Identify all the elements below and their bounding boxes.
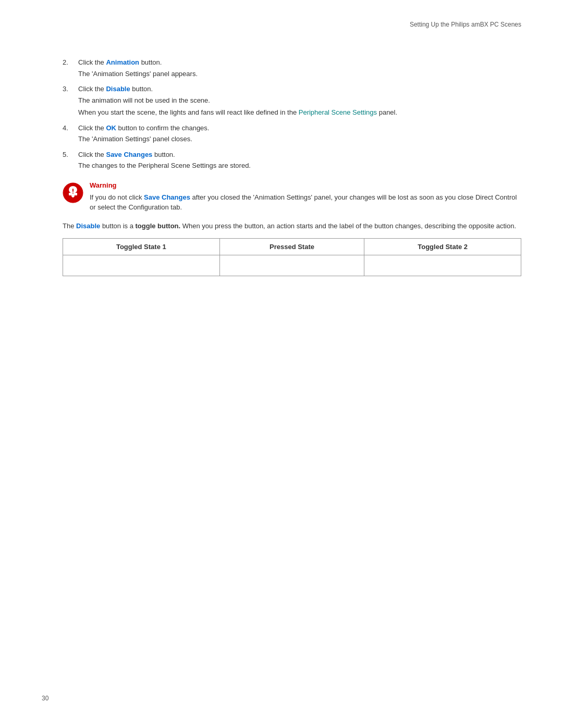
save-changes-link-step5[interactable]: Save Changes (106, 151, 152, 158)
toggle-table: Toggled State 1 Pressed State Toggled St… (63, 238, 521, 276)
warning-icon (63, 182, 83, 203)
page-container: Setting Up the Philips amBX PC Scenes 2.… (0, 0, 563, 728)
table-col-3: Toggled State 2 (364, 239, 521, 255)
step-4-main: Click the OK button to confirm the chang… (78, 123, 521, 133)
save-changes-link-warning[interactable]: Save Changes (144, 193, 190, 201)
svg-rect-5 (72, 189, 74, 192)
table-col-2: Pressed State (219, 239, 364, 255)
disable-link-toggle[interactable]: Disable (76, 222, 100, 230)
svg-point-4 (72, 195, 74, 198)
table-col-1: Toggled State 1 (63, 239, 220, 255)
table-cell-3 (364, 255, 521, 276)
step-3: 3. Click the Disable button. The animati… (63, 84, 521, 120)
page-number: 30 (42, 695, 48, 702)
table-cell-1 (63, 255, 220, 276)
step-4-sub: The 'Animation Settings' panel closes. (78, 134, 521, 144)
ok-link[interactable]: OK (106, 124, 116, 132)
warning-text: If you do not click Save Changes after y… (90, 192, 521, 213)
page-footer: 30 (42, 695, 48, 702)
step-2: 2. Click the Animation button. The 'Anim… (63, 57, 521, 81)
step-2-number: 2. (63, 57, 78, 81)
warning-content: Warning If you do not click Save Changes… (90, 181, 521, 213)
step-4-number: 4. (63, 123, 78, 146)
warning-box: Warning If you do not click Save Changes… (63, 181, 521, 213)
step-2-content: Click the Animation button. The 'Animati… (78, 57, 521, 81)
table-data-row (63, 255, 521, 276)
table-header-row: Toggled State 1 Pressed State Toggled St… (63, 239, 521, 255)
page-header: Setting Up the Philips amBX PC Scenes (410, 21, 521, 28)
step-3-number: 3. (63, 84, 78, 120)
animation-link[interactable]: Animation (106, 58, 139, 66)
warning-title: Warning (90, 181, 521, 189)
step-4-content: Click the OK button to confirm the chang… (78, 123, 521, 146)
toggle-button-label: toggle button. (135, 222, 180, 230)
step-3-sub2: When you start the scene, the lights and… (78, 107, 521, 118)
step-5-sub: The changes to the Peripheral Scene Sett… (78, 161, 521, 171)
content-area: 2. Click the Animation button. The 'Anim… (63, 57, 521, 276)
toggle-description: The Disable button is a toggle button. W… (63, 221, 521, 231)
step-5-main: Click the Save Changes button. (78, 150, 521, 160)
peripheral-scene-link[interactable]: Peripheral Scene Settings (299, 108, 377, 116)
step-3-main: Click the Disable button. (78, 84, 521, 94)
header-title: Setting Up the Philips amBX PC Scenes (410, 21, 521, 28)
step-2-main: Click the Animation button. (78, 57, 521, 68)
svg-point-6 (72, 192, 74, 193)
step-5-number: 5. (63, 150, 78, 173)
step-5: 5. Click the Save Changes button. The ch… (63, 150, 521, 173)
step-5-content: Click the Save Changes button. The chang… (78, 150, 521, 173)
step-4: 4. Click the OK button to confirm the ch… (63, 123, 521, 146)
step-2-sub: The 'Animation Settings' panel appears. (78, 69, 521, 79)
table-cell-2 (219, 255, 364, 276)
step-3-sub1: The animation will not be used in the sc… (78, 95, 521, 106)
disable-link-step3[interactable]: Disable (106, 85, 130, 93)
step-3-content: Click the Disable button. The animation … (78, 84, 521, 120)
